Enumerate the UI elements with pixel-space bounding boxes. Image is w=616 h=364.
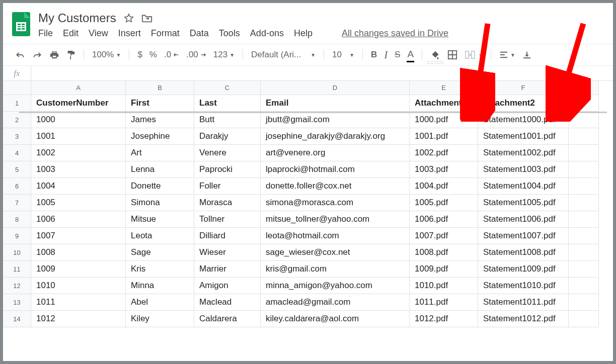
cell-E10[interactable]: 1008.pdf	[410, 244, 478, 261]
document-title[interactable]: My Customers	[38, 11, 116, 25]
cell-C11[interactable]: Marrier	[194, 261, 261, 278]
cell-E3[interactable]: 1001.pdf	[410, 128, 478, 145]
menu-format[interactable]: Format	[151, 28, 180, 39]
cell-E4[interactable]: 1002.pdf	[410, 145, 478, 161]
row-header-7[interactable]: 7	[3, 195, 31, 211]
cell-F10[interactable]: Statement1008.pdf	[478, 244, 569, 261]
row-header-1[interactable]: 1	[3, 95, 31, 112]
cell-B9[interactable]: Leota	[126, 228, 194, 244]
cell-B10[interactable]: Sage	[126, 244, 194, 261]
cell-A8[interactable]: 1006	[31, 211, 126, 228]
cell-C8[interactable]: Tollner	[194, 211, 261, 228]
cell-E5[interactable]: 1003.pdf	[410, 161, 478, 178]
italic-button[interactable]: I	[381, 47, 391, 63]
cell-B13[interactable]: Abel	[126, 294, 194, 311]
number-format-select[interactable]: 123▼	[210, 48, 238, 62]
column-header-E[interactable]: E	[410, 81, 478, 95]
column-header-extra[interactable]	[569, 81, 599, 95]
increase-decimal-button[interactable]: .00	[183, 48, 209, 62]
cell-B2[interactable]: James	[126, 112, 194, 128]
cell-extra11[interactable]	[569, 261, 599, 278]
column-header-C[interactable]: C	[194, 81, 261, 95]
cell-C10[interactable]: Wieser	[194, 244, 261, 261]
cell-A11[interactable]: 1009	[31, 261, 126, 278]
cell-extra4[interactable]	[569, 145, 599, 161]
decrease-decimal-button[interactable]: .0	[161, 48, 182, 62]
font-size-select[interactable]: 10▼	[329, 48, 357, 62]
cell-A5[interactable]: 1003	[31, 161, 126, 178]
cell-F14[interactable]: Statement1012.pdf	[478, 311, 569, 327]
cell-D2[interactable]: jbutt@gmail.com	[261, 112, 410, 128]
cell-E6[interactable]: 1004.pdf	[410, 178, 478, 195]
cell-header-B[interactable]: First	[126, 95, 194, 112]
cell-D5[interactable]: lpaprocki@hotmail.com	[261, 161, 410, 178]
cell-extra13[interactable]	[569, 294, 599, 311]
cell-D13[interactable]: amaclead@gmail.com	[261, 294, 410, 311]
cell-F6[interactable]: Statement1004.pdf	[478, 178, 569, 195]
cell-A13[interactable]: 1011	[31, 294, 126, 311]
cell-C12[interactable]: Amigon	[194, 278, 261, 294]
cell-A7[interactable]: 1005	[31, 195, 126, 211]
cell-B7[interactable]: Simona	[126, 195, 194, 211]
cell-D4[interactable]: art@venere.org	[261, 145, 410, 161]
row-header-2[interactable]: 2	[3, 112, 31, 128]
cell-F13[interactable]: Statement1011.pdf	[478, 294, 569, 311]
menu-data[interactable]: Data	[190, 28, 209, 39]
cell-F2[interactable]: Statement1000.pdf	[478, 112, 569, 128]
row-header-5[interactable]: 5	[3, 161, 31, 178]
cell-F12[interactable]: Statement1010.pdf	[478, 278, 569, 294]
cell-B5[interactable]: Lenna	[126, 161, 194, 178]
cell-extra9[interactable]	[569, 228, 599, 244]
menu-insert[interactable]: Insert	[118, 28, 141, 39]
row-header-11[interactable]: 11	[3, 261, 31, 278]
cell-D7[interactable]: simona@morasca.com	[261, 195, 410, 211]
menu-tools[interactable]: Tools	[219, 28, 240, 39]
menu-edit[interactable]: Edit	[63, 28, 79, 39]
cell-E12[interactable]: 1010.pdf	[410, 278, 478, 294]
cell-F9[interactable]: Statement1007.pdf	[478, 228, 569, 244]
cell-B6[interactable]: Donette	[126, 178, 194, 195]
cell-A9[interactable]: 1007	[31, 228, 126, 244]
cell-D6[interactable]: donette.foller@cox.net	[261, 178, 410, 195]
cell-D3[interactable]: josephine_darakjy@darakjy.org	[261, 128, 410, 145]
save-status[interactable]: All changes saved in Drive	[342, 28, 448, 39]
merge-cells-button[interactable]: ▼	[461, 48, 486, 62]
cell-C13[interactable]: Maclead	[194, 294, 261, 311]
cell-A3[interactable]: 1001	[31, 128, 126, 145]
formula-input[interactable]	[31, 66, 613, 80]
cell-D14[interactable]: kiley.caldarera@aol.com	[261, 311, 410, 327]
cell-E8[interactable]: 1006.pdf	[410, 211, 478, 228]
cell-B12[interactable]: Minna	[126, 278, 194, 294]
cell-F5[interactable]: Statement1003.pdf	[478, 161, 569, 178]
cell-extra6[interactable]	[569, 178, 599, 195]
cell-C7[interactable]: Morasca	[194, 195, 261, 211]
redo-icon[interactable]	[29, 48, 45, 62]
column-header-D[interactable]: D	[261, 81, 410, 95]
cell-A14[interactable]: 1012	[31, 311, 126, 327]
cell-header-extra[interactable]	[569, 95, 599, 112]
row-header-3[interactable]: 3	[3, 128, 31, 145]
cell-E11[interactable]: 1009.pdf	[410, 261, 478, 278]
undo-icon[interactable]	[12, 48, 28, 62]
cell-F8[interactable]: Statement1006.pdf	[478, 211, 569, 228]
row-header-13[interactable]: 13	[3, 294, 31, 311]
menu-addons[interactable]: Add-ons	[250, 28, 284, 39]
column-header-A[interactable]: A	[31, 81, 126, 95]
horizontal-align-button[interactable]: ▼	[496, 48, 518, 62]
row-header-14[interactable]: 14	[3, 311, 31, 327]
row-header-6[interactable]: 6	[3, 178, 31, 195]
cell-E9[interactable]: 1007.pdf	[410, 228, 478, 244]
cell-C14[interactable]: Caldarera	[194, 311, 261, 327]
cell-C5[interactable]: Paprocki	[194, 161, 261, 178]
cell-F11[interactable]: Statement1009.pdf	[478, 261, 569, 278]
print-icon[interactable]	[46, 48, 62, 62]
cell-B8[interactable]: Mitsue	[126, 211, 194, 228]
bold-button[interactable]: B	[368, 48, 380, 62]
percent-format-button[interactable]: %	[146, 48, 160, 62]
menu-file[interactable]: File	[38, 28, 53, 39]
cell-header-D[interactable]: Email	[261, 95, 410, 112]
cell-E7[interactable]: 1005.pdf	[410, 195, 478, 211]
text-color-button[interactable]: A	[404, 47, 417, 63]
row-header-10[interactable]: 10	[3, 244, 31, 261]
cell-extra8[interactable]	[569, 211, 599, 228]
